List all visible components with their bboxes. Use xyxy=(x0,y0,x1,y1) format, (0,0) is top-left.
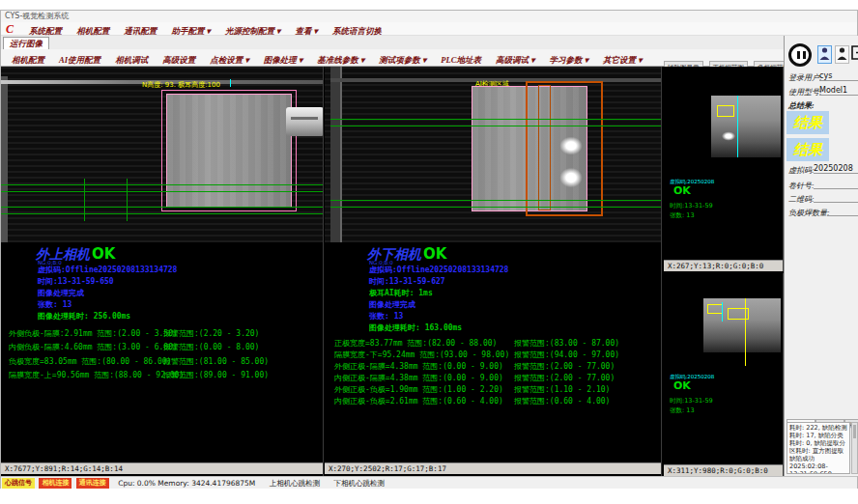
virtual-code-line: 虚拟码:Offline20250208133134728 xyxy=(38,265,177,276)
logout-button[interactable] xyxy=(851,45,858,64)
measurement-row: 内侧负极-隔膜:4.60mm 范围:(3.00 - 6.00)报警范围:(0.0… xyxy=(9,342,269,355)
tool-advanced-debug[interactable]: 高级调试 ▾ xyxy=(496,55,534,67)
tool-advanced-settings[interactable]: 高级设置 xyxy=(162,55,195,67)
tool-image-processing[interactable]: 图像处理 ▾ xyxy=(264,55,302,67)
sidebar: 登录用户: cys 使用型号: Model1 总结果: 结果 结果 虚拟码: 2… xyxy=(784,36,858,476)
lower-camera-image[interactable]: AI检测区域 xyxy=(325,67,661,242)
cursor-coord-bar: X:7677;Y:891;R:14;G:14;B:14 xyxy=(1,462,323,474)
cursor-coord-bar: X:267;Y:13;R:0;G:0;B:0 xyxy=(664,260,783,271)
app-logo-icon: C xyxy=(6,22,14,37)
detect-box-yellow xyxy=(707,304,723,314)
menu-bar: C 系统配置 相机配置 通讯配置 助手配置 ▾ 光源控制配置 ▾ 查看 ▾ 系统… xyxy=(1,22,857,36)
main-area: N高度: 93. 极耳高度:100 外上相机OK NG:0;B:0 虚拟码:Of… xyxy=(1,67,784,476)
cyan-marker xyxy=(737,96,738,157)
model-label: 使用型号: xyxy=(788,87,822,98)
time-line: 时间:13-31-59-627 xyxy=(369,276,508,288)
camera-status-ok: OK xyxy=(92,245,115,263)
frame-count-line: 张数: 13 xyxy=(38,299,177,311)
tool-camera-debug[interactable]: 相机调试 xyxy=(115,55,148,67)
user-switch-button[interactable] xyxy=(835,45,849,64)
result-box-lower: 结果 xyxy=(786,138,829,161)
info-scrollbar[interactable] xyxy=(851,422,858,474)
cursor-coord-bar: X:311;Y:980;R:0;G:0;B:0 xyxy=(664,464,783,476)
tool-other-settings[interactable]: 其它设置 ▾ xyxy=(603,55,642,67)
measure-line xyxy=(330,126,661,126)
measurement-row: 隔膜宽度-下=95.24mm 范围:(93.00 - 98.00)报警范围:(9… xyxy=(334,350,619,361)
measurement-rows: 外侧负极-隔膜:2.91mm 范围:(2.00 - 3.50)报警范围:(2.2… xyxy=(9,328,269,383)
qrcode-label: 二维码: xyxy=(788,194,815,205)
ai-elapsed-line: 极耳AI耗时: 1ms xyxy=(369,288,508,299)
cyan-marker xyxy=(230,79,231,87)
login-user-label: 登录用户: xyxy=(788,72,822,83)
tool-camera-config[interactable]: 相机配置 xyxy=(12,55,44,67)
login-user-button[interactable] xyxy=(817,45,832,64)
mini-status-ok: OK xyxy=(673,379,691,392)
virtual-code-label: 虚拟码: xyxy=(788,165,815,176)
time-line: 时间:13-31-59-650 xyxy=(38,276,177,288)
aux-image-top[interactable]: 虚拟码:20250208 OK 时间:13-31-59 张数: 13 xyxy=(664,67,783,260)
login-user-value: cys xyxy=(819,71,858,81)
tool-baseline-params[interactable]: 基准线参数 ▾ xyxy=(317,55,364,67)
lower-camera-heartbeat-text: 下相机心跳检测 xyxy=(334,479,386,488)
measure-line xyxy=(330,207,661,208)
negative-weld-count-value xyxy=(827,207,858,216)
cyan-marker xyxy=(722,302,723,322)
aux-view-top: 虚拟码:20250208 OK 时间:13-31-59 张数: 13 X:267… xyxy=(664,67,784,271)
mini-info-line: 时间:13-31-59 xyxy=(670,202,713,210)
lower-camera-view: AI检测区域 外下相机OK NG:0;B:0 虚拟码:Offline202502… xyxy=(325,67,662,476)
bright-spot xyxy=(557,134,586,157)
process-done-line: 图像处理完成 xyxy=(38,288,177,299)
bright-spot xyxy=(720,130,737,142)
measure-line-v xyxy=(127,179,128,221)
measurement-rows: 正极宽度=83.77mm 范围:(82.00 - 88.00)报警范围:(83.… xyxy=(334,338,619,407)
info-log-text: 耗时: 222, 缺陷检测耗时: 17, 缺陷分类耗时: 0, 缺陷提取分区耗时… xyxy=(786,422,850,474)
tool-learning-params[interactable]: 学习参数 ▾ xyxy=(550,55,588,67)
camera-info-lines: 虚拟码:Offline20250208133134728 时间:13-31-59… xyxy=(369,265,508,334)
connector-object xyxy=(286,107,323,136)
measurement-row: 内侧正极-隔膜=4.38mm 范围:(0.00 - 9.00)报警范围:(2.0… xyxy=(334,373,619,384)
mini-info-line: 时间:13-31-59 xyxy=(670,397,713,406)
exit-door-icon xyxy=(851,45,858,60)
measurement-row: 内侧正极-负极=2.61mm 范围:(0.60 - 4.00)报警范围:(0.6… xyxy=(334,396,619,407)
ai-detect-box-inner xyxy=(538,85,551,210)
measure-line xyxy=(1,191,323,192)
cursor-coord-bar: X:270;Y:2502;R:17;G:17;B:17 xyxy=(325,462,661,474)
connector-detail xyxy=(291,117,318,120)
elapsed-line: 图像处理耗时: 163.00ms xyxy=(369,322,508,334)
tool-plc-address-table[interactable]: PLC地址表 xyxy=(441,55,481,67)
needle-no-value xyxy=(814,180,858,189)
camera-info-lines: 虚拟码:Offline20250208133134728 时间:13-31-59… xyxy=(38,265,177,322)
measure-line xyxy=(330,119,661,120)
mini-status-ok: OK xyxy=(673,184,691,197)
measure-line-v xyxy=(84,179,85,221)
measurement-row: 隔膜宽度-上=90.56mm 范围:(88.00 - 92.00)报警范围:(8… xyxy=(9,370,269,383)
upper-camera-image[interactable]: N高度: 93. 极耳高度:100 xyxy=(1,67,323,242)
virtual-code-line: 虚拟码:Offline20250208133134728 xyxy=(369,265,508,276)
pause-button[interactable] xyxy=(788,43,812,67)
tool-ai-use-config[interactable]: AI使用配置 xyxy=(59,55,100,67)
detect-box-yellow xyxy=(717,105,734,117)
camera-conn-badge: 相机连接 xyxy=(39,478,72,489)
measurement-row: 外侧正极-隔膜=4.38mm 范围:(0.00 - 9.00)报警范围:(2.0… xyxy=(334,361,619,373)
measure-line xyxy=(1,207,323,208)
tool-spotcheck-settings[interactable]: 点检设置 ▾ xyxy=(210,55,248,67)
comm-conn-badge: 通讯连接 xyxy=(76,478,109,489)
yellow-marker xyxy=(745,298,746,366)
tab-run-image[interactable]: 运行图像 xyxy=(3,37,49,49)
elapsed-line: 图像处理耗时: 256.00ms xyxy=(38,311,177,322)
virtual-code-value: 20250208 xyxy=(814,164,858,174)
measurement-row: 外侧正极-负极=1.90mm 范围:(1.00 - 2.20)报警范围:(1.1… xyxy=(334,384,619,396)
aux-image-bottom[interactable]: 虚拟码:20250208 OK 时间:13-31-59 张数: 13 xyxy=(664,273,783,464)
measurement-row: 负极宽度=83.05mm 范围:(80.00 - 86.00)报警范围:(81.… xyxy=(9,356,269,370)
frame-count-line: 张数: 13 xyxy=(369,311,508,322)
user-icon xyxy=(819,46,830,61)
title-bar[interactable]: CYS-视觉检测系统 xyxy=(1,11,857,22)
pause-icon xyxy=(797,51,800,59)
mini-info-line: 张数: 13 xyxy=(670,211,695,220)
process-done-line: 图像处理完成 xyxy=(369,299,508,311)
status-bar: 心跳信号 相机连接 通讯连接 Cpu: 0.0% Memory: 3424.41… xyxy=(1,476,857,489)
pause-icon xyxy=(803,51,806,59)
cpu-memory-text: Cpu: 0.0% Memory: 3424.41796875M xyxy=(118,479,255,488)
tool-test-params[interactable]: 测试项参数 ▾ xyxy=(379,55,426,67)
mini-info-line: 张数: 13 xyxy=(670,406,695,415)
